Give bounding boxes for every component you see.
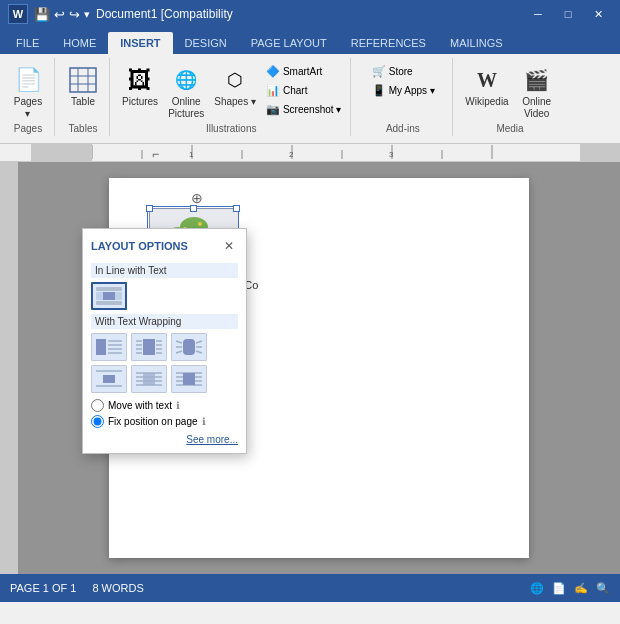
illustrations-group-label: Illustrations [112,123,350,134]
smartart-button[interactable]: 🔷 SmartArt [262,62,344,80]
document-page: ⚓ ⊕ [109,178,529,558]
svg-rect-51 [183,339,195,355]
svg-rect-37 [96,339,106,355]
ribbon-group-addins: 🛒 Store 📱 My Apps ▾ Add-ins [353,58,453,136]
svg-rect-36 [103,292,115,300]
chart-button[interactable]: 📊 Chart [262,81,344,99]
popup-title: LAYOUT OPTIONS [91,240,188,252]
tab-insert[interactable]: INSERT [108,32,172,54]
ribbon-group-illustrations: 🖼 Pictures 🌐 OnlinePictures ⬡ Shapes ▾ 🔷… [112,58,351,136]
title-bar-title: Document1 [Compatibility [96,7,233,21]
my-apps-icon: 📱 [371,82,387,98]
top-bottom-wrap-option[interactable] [91,365,127,393]
tab-file[interactable]: FILE [4,32,51,54]
svg-rect-34 [96,287,122,291]
image-container[interactable]: LAYOUT OPTIONS ✕ In Line with Text [149,208,237,292]
ruler-gray-right [580,144,620,161]
online-video-icon: 🎬 [521,64,553,96]
move-with-text-info[interactable]: ℹ [176,400,180,411]
pictures-button[interactable]: 🖼 Pictures [118,62,162,110]
store-label: Store [389,66,413,77]
tab-mailings[interactable]: MAILINGS [438,32,515,54]
inline-options-row [91,282,238,310]
smartart-icon: 🔷 [265,63,281,79]
handle-tr[interactable] [233,205,240,212]
move-with-text-row: Move with text ℹ [91,399,238,412]
document-area: ⚓ ⊕ [0,162,620,574]
my-apps-button[interactable]: 📱 My Apps ▾ [368,81,438,99]
svg-rect-0 [70,68,96,92]
language-button[interactable]: 🌐 [530,582,544,595]
fix-position-radio[interactable] [91,415,104,428]
minimize-button[interactable]: ─ [524,4,552,24]
pages-button[interactable]: 📄 Pages▾ [8,62,48,122]
pages-label: Pages▾ [14,96,42,120]
move-with-text-radio[interactable] [91,399,104,412]
tab-stop: ⌐ [152,147,159,161]
qat-undo[interactable]: ↩ [54,7,65,22]
chart-label: Chart [283,85,307,96]
tab-design[interactable]: DESIGN [173,32,239,54]
pages-group-label: Pages [2,123,54,134]
handle-tl[interactable] [146,205,153,212]
fix-position-row: Fix position on page ℹ [91,415,238,428]
table-button[interactable]: Table [63,62,103,110]
shapes-icon: ⬡ [219,64,251,96]
wrapping-section-label: With Text Wrapping [91,314,238,329]
svg-rect-61 [143,373,155,385]
store-icon: 🛒 [371,63,387,79]
layout-options-popup: LAYOUT OPTIONS ✕ In Line with Text [82,228,247,454]
table-label: Table [71,96,95,108]
view-print-button[interactable]: 📄 [552,582,566,595]
ribbon: 📄 Pages▾ Pages Table Tab [0,54,620,144]
close-button[interactable]: ✕ [584,4,612,24]
handle-tm[interactable] [190,205,197,212]
ribbon-group-tables: Table Tables [57,58,110,136]
ruler-marks: 1 2 3 [92,144,580,161]
title-bar-left: W 💾 ↩ ↪ ▾ Document1 [Compatibility [8,4,233,24]
ribbon-tabs: FILE HOME INSERT DESIGN PAGE LAYOUT REFE… [0,28,620,54]
popup-header: LAYOUT OPTIONS ✕ [91,237,238,255]
online-video-button[interactable]: 🎬 OnlineVideo [515,62,559,122]
tab-page-layout[interactable]: PAGE LAYOUT [239,32,339,54]
wikipedia-icon: W [471,64,503,96]
wikipedia-button[interactable]: W Wikipedia [461,62,512,110]
svg-rect-42 [143,339,155,355]
see-more-link[interactable]: See more... [91,434,238,445]
popup-close-button[interactable]: ✕ [220,237,238,255]
square-wrap-option[interactable] [91,333,127,361]
screenshot-button[interactable]: 📷 Screenshot ▾ [262,100,344,118]
addins-group-label: Add-ins [353,123,452,134]
svg-text:1: 1 [189,150,194,159]
document-scroll[interactable]: ⚓ ⊕ [18,162,620,574]
vertical-ruler [0,162,18,574]
wrapping-options-row2 [91,365,238,393]
zoom-button[interactable]: 🔍 [596,582,610,595]
track-changes-button[interactable]: ✍ [574,582,588,595]
maximize-button[interactable]: □ [554,4,582,24]
svg-text:3: 3 [389,150,394,159]
tab-home[interactable]: HOME [51,32,108,54]
shapes-button[interactable]: ⬡ Shapes ▾ [210,62,260,110]
tab-references[interactable]: REFERENCES [339,32,438,54]
qat-custom[interactable]: ▾ [84,8,90,21]
fix-position-info[interactable]: ℹ [202,416,206,427]
through-wrap-option[interactable] [171,333,207,361]
screenshot-icon: 📷 [265,101,281,117]
tight-wrap-option[interactable] [131,333,167,361]
svg-line-56 [176,351,182,353]
status-right: 🌐 📄 ✍ 🔍 [530,582,610,595]
behind-text-option[interactable] [131,365,167,393]
ruler-container: 1 2 3 ⌐ [0,144,620,162]
qat-save[interactable]: 💾 [34,7,50,22]
illustrations-small-buttons: 🔷 SmartArt 📊 Chart 📷 Screenshot ▾ [262,62,344,118]
store-button[interactable]: 🛒 Store [368,62,438,80]
online-pictures-button[interactable]: 🌐 OnlinePictures [164,62,208,122]
ruler-side [0,144,32,162]
smartart-label: SmartArt [283,66,322,77]
word-icon: W [8,4,28,24]
inline-text-option[interactable] [91,282,127,310]
title-bar-controls: ─ □ ✕ [524,4,612,24]
in-front-text-option[interactable] [171,365,207,393]
qat-redo[interactable]: ↪ [69,7,80,22]
